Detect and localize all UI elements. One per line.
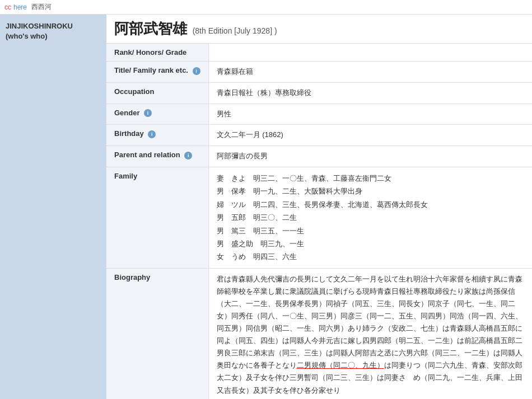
table-row: Title/ Family rank etc. i 青森縣在籍 xyxy=(106,62,532,83)
value-family: 妻 きよ 明三二、一〇生、青森、工藤喜左衞門二女 男 保孝 明一九、二生、大阪醫… xyxy=(208,167,532,268)
info-table: Rank/ Honors/ Grade Title/ Family rank e… xyxy=(106,44,532,399)
underline-text: 二男規傳（同二〇、九生） xyxy=(297,361,384,369)
label-title: Title/ Family rank etc. i xyxy=(106,62,208,83)
sidebar-title: JINJIKOSHINROKU(who's who) xyxy=(6,21,101,41)
table-row: Biography 君は青森縣人先代彌吉の長男にして文久二年一月を以て生れ明治十… xyxy=(106,268,532,399)
value-biography: 君は青森縣人先代彌吉の長男にして文久二年一月を以て生れ明治十六年家督を相續す夙に… xyxy=(208,268,532,399)
table-row: Parent and relation i 阿部彌吉の長男 xyxy=(106,146,532,167)
table-row: Rank/ Honors/ Grade xyxy=(106,44,532,62)
table-row: Occupation 青森日報社（株）專務取締役 xyxy=(106,82,532,104)
info-icon-parent[interactable]: i xyxy=(184,152,192,159)
cc-label: cc xyxy=(4,3,11,11)
label-birthday: Birthday i xyxy=(106,125,208,146)
table-row: Gender i 男性 xyxy=(106,104,532,125)
sidebar: JINJIKOSHINROKU(who's who) xyxy=(0,15,106,399)
label-family: Family xyxy=(106,167,208,268)
person-edition: (8th Edition [July 1928] ) xyxy=(193,26,277,35)
person-header: 阿部武智雄 (8th Edition [July 1928] ) xyxy=(106,15,532,44)
table-row: Birthday i 文久二年一月 (1862) xyxy=(106,125,532,146)
table-row: Family 妻 きよ 明三二、一〇生、青森、工藤喜左衞門二女 男 保孝 明一九… xyxy=(106,167,532,268)
value-gender: 男性 xyxy=(208,104,532,125)
site-name: 西西河 xyxy=(31,2,52,12)
top-bar: cc here 西西河 xyxy=(0,0,532,15)
content-area: 阿部武智雄 (8th Edition [July 1928] ) Rank/ H… xyxy=(106,15,532,399)
value-birthday: 文久二年一月 (1862) xyxy=(208,125,532,146)
value-occupation: 青森日報社（株）專務取締役 xyxy=(208,82,532,104)
label-rank: Rank/ Honors/ Grade xyxy=(106,44,208,62)
label-occupation: Occupation xyxy=(106,82,208,104)
label-biography: Biography xyxy=(106,268,208,399)
info-icon-gender[interactable]: i xyxy=(144,109,152,117)
value-rank xyxy=(208,44,532,62)
info-icon-birthday[interactable]: i xyxy=(148,130,156,138)
label-parent-relation: Parent and relation i xyxy=(106,146,208,167)
value-title: 青森縣在籍 xyxy=(208,62,532,83)
label-gender: Gender i xyxy=(106,104,208,125)
info-icon-title[interactable]: i xyxy=(193,67,200,75)
value-parent-relation: 阿部彌吉の長男 xyxy=(208,146,532,167)
here-label: here xyxy=(13,3,27,11)
person-name: 阿部武智雄 xyxy=(114,20,187,37)
